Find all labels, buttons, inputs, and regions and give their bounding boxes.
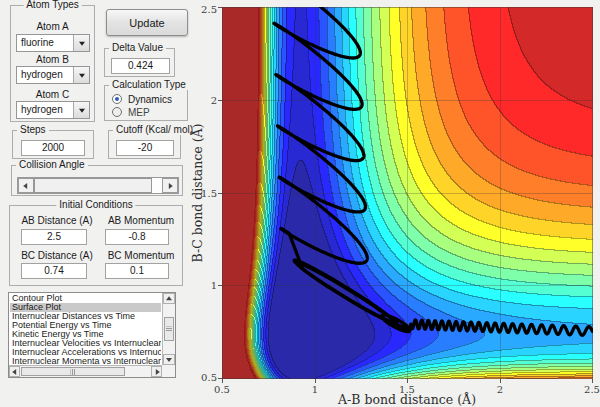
list-vertical-scrollbar[interactable]	[162, 293, 175, 365]
plot-list-item[interactable]: Kinetic Energy vs Time	[10, 330, 161, 339]
scroll-down-button[interactable]	[163, 354, 175, 365]
atom-types-title: Atom Types	[23, 0, 82, 10]
cutoff-group: Cutoff (Kcal/ mol) -20	[108, 130, 181, 159]
radio-dot	[115, 97, 119, 101]
slider-right-arrow-button[interactable]	[162, 178, 178, 193]
y-tick-label: 2.5	[191, 4, 217, 15]
atom-c-dropdown[interactable]: hydrogen	[16, 101, 90, 119]
x-tick-label: 2.5	[584, 384, 600, 395]
radio-dynamics-label: Dynamics	[128, 94, 172, 105]
x-tick-label: 0.5	[214, 384, 230, 395]
scroll-right-button[interactable]	[151, 366, 162, 377]
plot-list-item[interactable]: Internuclear Momenta vs Internuclear Dis…	[10, 357, 161, 364]
initial-conditions-group: Initial Conditions AB Distance (A) AB Mo…	[9, 205, 183, 286]
arrow-down-icon	[166, 358, 172, 362]
app-window: Atom Types Atom A fluorine Atom B hydrog…	[0, 0, 600, 407]
x-tick-label: 2	[497, 384, 503, 395]
bc-momentum-label: BC Momentum	[102, 250, 180, 261]
plot-list-item[interactable]: Contour Plot	[10, 294, 161, 303]
atom-a-value: fluorine	[21, 36, 54, 50]
y-axis-label: B-C bond distance (Å)	[190, 124, 205, 263]
collision-angle-title: Collision Angle	[16, 159, 88, 170]
y-tick-label: 2	[191, 95, 217, 106]
vertical-scroll-thumb[interactable]	[164, 317, 174, 341]
delta-value-title: Delta Value	[109, 42, 166, 53]
atom-c-dropdown-button[interactable]	[73, 102, 89, 118]
plot-type-listbox[interactable]: Contour Plot Surface Plot Internuclear D…	[8, 292, 176, 378]
bc-distance-field[interactable]: 0.74	[21, 263, 87, 279]
radio-dynamics[interactable]: Dynamics	[112, 94, 183, 106]
plot-list-items: Contour Plot Surface Plot Internuclear D…	[10, 294, 161, 364]
ab-momentum-field[interactable]: -0.8	[105, 229, 169, 245]
atom-types-group: Atom Types Atom A fluorine Atom B hydrog…	[10, 5, 95, 122]
ab-distance-field[interactable]: 2.5	[21, 229, 87, 245]
plot-list-item[interactable]: Surface Plot	[10, 303, 161, 312]
thumb-grip	[166, 327, 172, 332]
chevron-down-icon	[79, 42, 85, 46]
radio-unselected-icon[interactable]	[112, 107, 122, 117]
radio-mep[interactable]: MEP	[112, 107, 183, 119]
initial-conditions-title: Initial Conditions	[56, 199, 135, 210]
radio-selected-icon[interactable]	[112, 94, 122, 104]
steps-field[interactable]: 2000	[21, 140, 85, 156]
atom-b-dropdown-button[interactable]	[73, 67, 89, 83]
atom-a-label: Atom A	[11, 21, 94, 32]
list-horizontal-scrollbar[interactable]	[9, 365, 162, 377]
y-tick-label: 0.5	[191, 372, 217, 383]
slider-thumb[interactable]	[34, 178, 152, 193]
arrow-right-icon	[169, 183, 173, 189]
calculation-type-title: Calculation Type	[109, 79, 189, 90]
atom-a-dropdown-button[interactable]	[73, 35, 89, 51]
update-button[interactable]: Update	[106, 9, 188, 36]
atom-c-value: hydrogen	[21, 103, 63, 117]
x-tick-label: 1	[312, 384, 318, 395]
plot-list-item[interactable]: Internuclear Distances vs Time	[10, 312, 161, 321]
ab-distance-label: AB Distance (A)	[14, 215, 100, 226]
bc-momentum-field[interactable]: 0.1	[105, 263, 169, 279]
x-axis-label: A-B bond distance (Å)	[338, 392, 476, 407]
scroll-up-button[interactable]	[163, 293, 175, 304]
scroll-left-button[interactable]	[9, 366, 20, 377]
arrow-left-icon	[12, 369, 16, 375]
plot-list-item[interactable]: Potential Energy vs Time	[10, 321, 161, 330]
cutoff-title: Cutoff (Kcal/ mol)	[113, 124, 196, 135]
steps-group: Steps 2000	[12, 130, 94, 159]
radio-mep-label: MEP	[128, 107, 150, 118]
contour-plot	[217, 7, 593, 384]
atom-b-value: hydrogen	[21, 68, 63, 82]
atom-c-label: Atom C	[11, 89, 94, 100]
plot-list-item[interactable]: Internuclear Velocities vs Internuclear …	[10, 339, 161, 348]
steps-title: Steps	[17, 124, 49, 135]
y-tick-label: 1	[191, 280, 217, 291]
collision-angle-slider[interactable]	[17, 177, 179, 194]
arrow-right-icon	[155, 369, 159, 375]
atom-b-label: Atom B	[11, 54, 94, 65]
ab-momentum-label: AB Momentum	[102, 215, 180, 226]
delta-value-group: Delta Value 0.424	[104, 48, 175, 77]
atom-a-dropdown[interactable]: fluorine	[16, 34, 90, 52]
scrollbar-corner	[162, 365, 175, 377]
horizontal-scroll-thumb[interactable]	[21, 367, 125, 376]
cutoff-field[interactable]: -20	[116, 140, 174, 156]
chevron-down-icon	[79, 109, 85, 113]
thumb-grip	[71, 369, 76, 375]
bc-distance-label: BC Distance (A)	[14, 250, 100, 261]
atom-b-dropdown[interactable]: hydrogen	[16, 66, 90, 84]
calculation-type-group: Calculation Type Dynamics MEP	[104, 85, 188, 121]
chevron-down-icon	[79, 74, 85, 78]
arrow-up-icon	[166, 296, 172, 300]
arrow-left-icon	[23, 183, 27, 189]
delta-value-field[interactable]: 0.424	[111, 58, 170, 74]
plot-list-item[interactable]: Internuclear Accelerations vs Internucle…	[10, 348, 161, 357]
collision-angle-group: Collision Angle	[11, 165, 183, 196]
slider-left-arrow-button[interactable]	[18, 178, 34, 193]
